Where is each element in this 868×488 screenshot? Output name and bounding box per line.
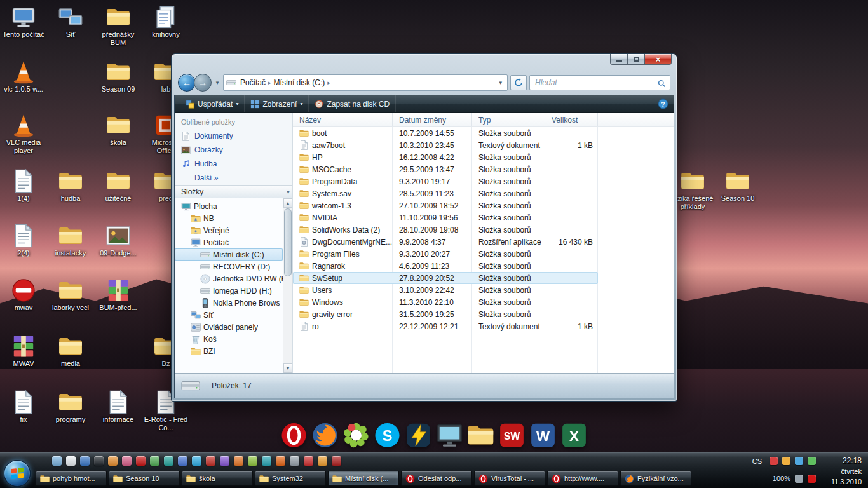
dock-monitor[interactable]: [437, 422, 463, 449]
minimize-button[interactable]: [610, 54, 628, 65]
desktop-icon-programy[interactable]: programy: [47, 390, 94, 424]
taskbar-button-season-10[interactable]: Season 10: [109, 471, 180, 486]
maximize-button[interactable]: [628, 54, 645, 65]
scrollbar-down-icon[interactable]: ▼: [283, 363, 292, 373]
taskbar-button-pohyb-hmot[interactable]: pohyb hmot...: [36, 471, 107, 486]
dock-lightning[interactable]: [405, 422, 432, 449]
desktop-icon-09-dodge[interactable]: 09-Dodge...: [95, 224, 142, 257]
file-row-nvidia[interactable]: NVIDIA11.10.2009 19:56Složka souborů: [293, 212, 598, 224]
tree-item-s[interactable]: Síť: [175, 309, 283, 321]
quick-launch-icon-20[interactable]: [318, 456, 327, 466]
tray-icon-2[interactable]: [782, 457, 790, 465]
file-row-users[interactable]: Users3.10.2009 22:42Složka souborů: [293, 284, 598, 296]
tray-icon-3[interactable]: [795, 457, 803, 465]
column-header-typ[interactable]: Typ: [472, 113, 545, 126]
desktop-icon-fix[interactable]: fix: [0, 390, 47, 424]
dock-icq[interactable]: [343, 422, 370, 449]
desktop-icon-hudba[interactable]: hudba: [47, 169, 94, 203]
column-header-datum-zm-ny[interactable]: Datum změny: [393, 113, 472, 126]
tree-item-plocha[interactable]: Plocha: [175, 200, 283, 212]
quick-launch-icon-8[interactable]: [150, 456, 159, 466]
tree-item-bzi[interactable]: BZI: [175, 345, 283, 357]
tree-item-nokia-phone-brows[interactable]: Nokia Phone Brows: [175, 297, 283, 309]
start-button[interactable]: [4, 460, 31, 487]
folders-band[interactable]: Složky ▾: [175, 185, 292, 198]
dock-folder[interactable]: [468, 422, 494, 449]
taskbar-button-kola[interactable]: škola: [182, 471, 253, 486]
breadcrumb-item-po-ta[interactable]: Počítač: [238, 77, 268, 88]
desktop-icon-u-ite-n[interactable]: užitečné: [95, 169, 142, 203]
close-button[interactable]: ×: [645, 54, 672, 65]
quick-launch-icon-3[interactable]: [80, 456, 90, 466]
taskbar-button-odeslat-odp[interactable]: Odeslat odp...: [401, 471, 472, 486]
quick-launch-icon-21[interactable]: [332, 456, 341, 466]
tree-scrollbar[interactable]: ▲ ▼: [283, 198, 292, 373]
tree-item-ovl-dac-panely[interactable]: Ovládací panely: [175, 321, 283, 333]
quick-launch-icon-5[interactable]: [108, 456, 118, 466]
file-row-ragnarok[interactable]: Ragnarok4.6.2009 11:23Složka souborů: [293, 260, 598, 272]
taskbar-button-m-stn-disk[interactable]: Místní disk (...: [328, 471, 399, 486]
file-row-gravity-error[interactable]: gravity error31.5.2009 19:25Složka soubo…: [293, 308, 598, 320]
tray-bottom-icon-2[interactable]: [808, 475, 816, 483]
taskbar-button-system32[interactable]: System32: [255, 471, 326, 486]
desktop-icon-s[interactable]: Síť: [47, 5, 94, 39]
tree-item-nb[interactable]: NB: [175, 212, 283, 224]
quick-launch-icon-1[interactable]: [52, 456, 62, 466]
quick-launch-icon-18[interactable]: [290, 456, 299, 466]
zoom-level[interactable]: 100%: [773, 475, 790, 482]
desktop-icon-vlc-1-0-5-w[interactable]: vlc-1.0.5-w...: [0, 60, 47, 93]
quick-launch-icon-16[interactable]: [262, 456, 271, 466]
desktop-icon-1-4[interactable]: 1(4): [0, 169, 47, 203]
desktop-icon-season-10[interactable]: Season 10: [714, 169, 761, 203]
taskbar-button-http-www[interactable]: http://www....: [547, 471, 618, 486]
address-dropdown-icon[interactable]: ▾: [499, 79, 505, 86]
file-row-watcom-1-3[interactable]: watcom-1.327.10.2009 18:52Složka souborů: [293, 200, 598, 212]
dock-firefox[interactable]: [312, 422, 339, 449]
desktop-icon-2-4[interactable]: 2(4): [0, 224, 47, 257]
column-header-n-zev[interactable]: Název: [293, 113, 393, 126]
desktop-icon-informace[interactable]: informace: [95, 390, 142, 424]
tree-item-iomega-hdd-h[interactable]: Iomega HDD (H:): [175, 285, 283, 297]
favorite-obr-zky[interactable]: Obrázky: [175, 143, 292, 157]
file-row-hp[interactable]: HP16.12.2008 4:22Složka souborů: [293, 151, 598, 163]
file-row-boot[interactable]: boot10.7.2009 14:55Složka souborů: [293, 127, 598, 139]
titlebar[interactable]: ×: [172, 54, 677, 71]
file-row-msocache[interactable]: MSOCache29.5.2009 13:47Složka souborů: [293, 163, 598, 175]
dock-word[interactable]: W: [530, 422, 557, 449]
quick-launch-icon-13[interactable]: [220, 456, 229, 466]
desktop-icon-knihovny[interactable]: knihovny: [142, 5, 189, 39]
file-row-ro[interactable]: ro22.12.2009 12:21Textový dokument1 kB: [293, 320, 598, 332]
desktop-icon-mwav[interactable]: MWAV: [0, 334, 47, 368]
tree-item-ve-ejn[interactable]: Veřejné: [175, 224, 283, 236]
dock-solidworks[interactable]: SW: [499, 422, 526, 449]
file-row-windows[interactable]: Windows11.3.2010 22:10Složka souborů: [293, 296, 598, 308]
taskbar-button-virustotal[interactable]: VirusTotal - ...: [474, 471, 545, 486]
file-row-system-sav[interactable]: System.sav28.5.2009 11:23Složka souborů: [293, 187, 598, 200]
favorite-hudba[interactable]: Hudba: [175, 157, 292, 171]
tree-item-jednotka-dvd-rw-e[interactable]: Jednotka DVD RW (E: [175, 273, 283, 285]
recent-pages-dropdown-icon[interactable]: ▾: [214, 79, 220, 86]
dock-opera[interactable]: [281, 422, 308, 449]
file-row-solidworks-data-2[interactable]: SolidWorks Data (2)28.10.2009 19:08Složk…: [293, 224, 598, 236]
toolbar-zobrazen[interactable]: Zobrazení▾: [245, 95, 309, 112]
tree-item-m-stn-disk-c[interactable]: Místní disk (C:): [175, 248, 283, 261]
breadcrumb-separator-icon[interactable]: ▸: [327, 79, 330, 86]
search-input[interactable]: [534, 78, 658, 88]
scrollbar-thumb[interactable]: [284, 208, 292, 276]
tray-icon-4[interactable]: [808, 457, 816, 465]
quick-launch-icon-14[interactable]: [234, 456, 243, 466]
taskbar-button-fyzik-ln-vzo[interactable]: Fyzikální vzo...: [620, 471, 691, 486]
favorite-dal[interactable]: Další »: [175, 171, 292, 185]
breadcrumb-item-m-stn-disk-c[interactable]: Místní disk (C:): [271, 77, 328, 88]
favorite-dokumenty[interactable]: Dokumenty: [175, 129, 292, 143]
quick-launch-icon-6[interactable]: [122, 456, 132, 466]
language-indicator[interactable]: CS: [750, 457, 764, 466]
tray-icon-1[interactable]: [770, 457, 778, 465]
refresh-button[interactable]: [510, 75, 527, 90]
tray-bottom-icon-1[interactable]: [795, 475, 803, 483]
desktop-icon-media[interactable]: media: [47, 334, 94, 368]
quick-launch-icon-11[interactable]: [192, 456, 201, 466]
toolbar-uspo-dat[interactable]: Uspořádat▾: [180, 95, 245, 112]
desktop-icon-kola[interactable]: škola: [95, 113, 142, 147]
help-icon[interactable]: ?: [658, 98, 668, 109]
